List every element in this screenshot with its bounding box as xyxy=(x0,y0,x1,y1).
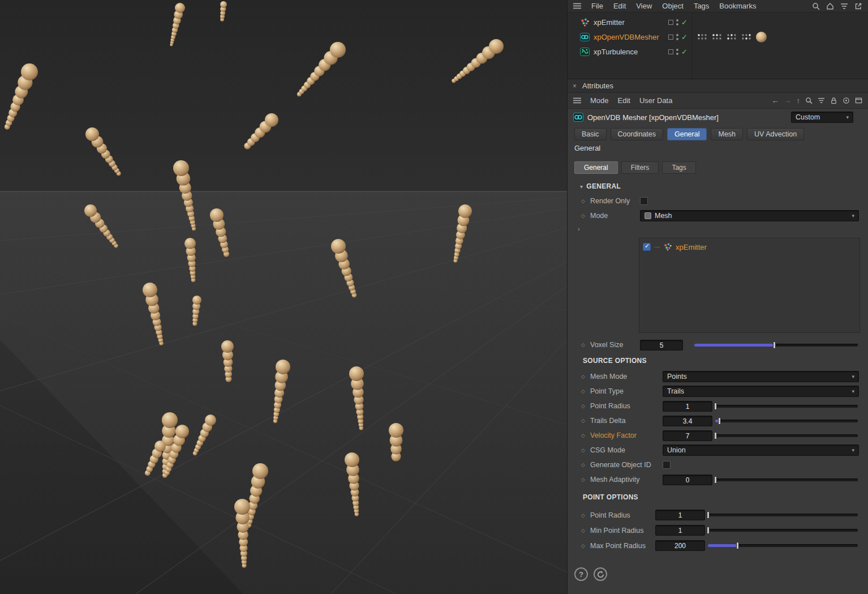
trails-delta-slider[interactable] xyxy=(715,420,858,422)
trails-delta-label: Trails Delta xyxy=(590,417,663,425)
object-row-xpturbulence[interactable]: xpTurbulence ✓ xyxy=(568,44,868,59)
visibility-dots-icon[interactable] xyxy=(676,49,678,55)
xpturbulence-icon xyxy=(580,47,590,57)
preset-dropdown[interactable]: Custom ▾ xyxy=(791,112,853,123)
subtab-general[interactable]: General xyxy=(574,161,618,174)
mesh-mode-dropdown[interactable]: Points ▾ xyxy=(663,371,859,382)
enabled-check-icon[interactable]: ✓ xyxy=(681,33,687,41)
pt-point-radius-label: Point Radius xyxy=(590,511,655,519)
xp-data-icon-3[interactable] xyxy=(726,33,737,41)
object-manager: xpEmitter ✓ xpOpenVDBMesher ✓ xyxy=(568,12,868,79)
param-diamond-icon: ◇ xyxy=(581,418,590,424)
subtab-tags[interactable]: Tags xyxy=(662,161,695,174)
velocity-factor-slider[interactable] xyxy=(715,434,858,437)
mesh-adaptivity-input[interactable]: 0 xyxy=(663,475,712,485)
point-radius-input[interactable]: 1 xyxy=(663,401,712,412)
min-point-radius-input[interactable]: 1 xyxy=(655,525,705,536)
external-link-icon[interactable] xyxy=(854,2,862,10)
min-point-radius-slider[interactable] xyxy=(708,529,858,532)
tab-mesh[interactable]: Mesh xyxy=(711,128,743,140)
object-row-xpopenvdbmesher[interactable]: xpOpenVDBMesher ✓ xyxy=(568,29,868,44)
menu-object[interactable]: Object xyxy=(662,2,684,10)
voxel-size-slider[interactable] xyxy=(694,344,858,347)
menu-bookmarks[interactable]: Bookmarks xyxy=(719,2,756,10)
source-objects-listbox[interactable]: xpEmitter xyxy=(639,238,860,333)
max-point-radius-slider[interactable] xyxy=(708,544,858,547)
menu-tags[interactable]: Tags xyxy=(694,2,709,10)
param-row-render-only: ◇ Render Only xyxy=(568,194,868,208)
search-icon[interactable] xyxy=(812,2,820,10)
material-sphere-thumbnail[interactable] xyxy=(755,31,767,43)
chevron-right-icon[interactable]: › xyxy=(578,225,580,232)
object-row-xpemitter[interactable]: xpEmitter ✓ xyxy=(568,15,868,29)
menu-hamburger-icon[interactable] xyxy=(573,3,581,9)
viewport-sky xyxy=(0,0,567,191)
refresh-icon[interactable] xyxy=(594,567,607,581)
help-icon[interactable]: ? xyxy=(574,567,588,581)
trails-delta-input[interactable]: 3.4 xyxy=(663,416,712,426)
velocity-factor-input[interactable]: 7 xyxy=(663,430,712,441)
source-object-name[interactable]: xpEmitter xyxy=(676,243,707,251)
param-row-csg-mode: ◇ CSG Mode Union ▾ xyxy=(568,443,868,458)
tab-basic[interactable]: Basic xyxy=(574,128,607,140)
voxel-size-input[interactable]: 5 xyxy=(640,340,683,351)
attributes-hamburger-icon[interactable] xyxy=(573,97,581,104)
max-point-radius-input[interactable]: 200 xyxy=(655,540,705,551)
section-general[interactable]: ▾ GENERAL xyxy=(568,179,868,194)
expand-chevron-row[interactable]: › xyxy=(568,223,868,234)
forward-arrow-icon[interactable]: → xyxy=(784,96,792,105)
point-radius-slider[interactable] xyxy=(715,405,858,408)
xp-data-icon-4[interactable] xyxy=(741,33,752,41)
mesh-adaptivity-label: Mesh Adaptivity xyxy=(590,476,663,484)
viewport-3d[interactable] xyxy=(0,0,567,594)
tab-uv-advection[interactable]: UV Advection xyxy=(747,128,804,140)
param-row-pt-point-radius: ◇ Point Radius 1 xyxy=(568,507,868,523)
param-diamond-icon: ◇ xyxy=(581,342,590,348)
lock-icon[interactable] xyxy=(830,97,837,104)
mesh-adaptivity-slider[interactable] xyxy=(715,478,858,481)
tab-coordinates[interactable]: Coordinates xyxy=(611,128,663,140)
csg-mode-dropdown[interactable]: Union ▾ xyxy=(663,445,859,456)
source-object-row[interactable]: xpEmitter xyxy=(643,241,856,253)
up-arrow-icon[interactable]: ↑ xyxy=(797,96,801,105)
mode-dropdown[interactable]: Mesh ▾ xyxy=(640,210,859,221)
enabled-check-icon[interactable]: ✓ xyxy=(681,19,687,26)
subtab-filters[interactable]: Filters xyxy=(621,161,659,174)
source-object-checkbox[interactable] xyxy=(643,243,651,251)
pt-point-radius-slider[interactable] xyxy=(708,514,858,516)
tab-general[interactable]: General xyxy=(667,128,707,140)
menu-view[interactable]: View xyxy=(636,2,652,10)
object-name[interactable]: xpEmitter xyxy=(594,18,625,27)
object-name[interactable]: xpTurbulence xyxy=(594,48,638,56)
filter-icon[interactable] xyxy=(840,3,848,10)
layer-square-icon[interactable] xyxy=(668,49,673,54)
back-arrow-icon[interactable]: ← xyxy=(772,96,779,105)
new-panel-icon[interactable] xyxy=(855,97,862,104)
attr-menu-user-data[interactable]: User Data xyxy=(639,96,673,105)
attr-filter-icon[interactable] xyxy=(818,97,825,104)
attr-menu-edit[interactable]: Edit xyxy=(618,96,630,105)
generate-object-id-checkbox[interactable] xyxy=(663,461,671,469)
attr-menu-mode[interactable]: Mode xyxy=(590,96,609,105)
target-icon[interactable] xyxy=(843,97,850,104)
xp-data-icon-2[interactable] xyxy=(711,33,723,41)
object-name[interactable]: xpOpenVDBMesher xyxy=(594,33,659,41)
xp-data-icon-1[interactable] xyxy=(697,33,708,41)
menu-file[interactable]: File xyxy=(591,2,603,10)
home-icon[interactable] xyxy=(826,2,834,10)
menu-edit[interactable]: Edit xyxy=(613,2,626,10)
panel-footer-icons: ? xyxy=(574,567,607,581)
layer-square-icon[interactable] xyxy=(668,35,673,40)
min-point-radius-label: Min Point Radius xyxy=(590,527,655,535)
visibility-dots-icon[interactable] xyxy=(676,19,678,25)
viewport-canvas[interactable] xyxy=(0,0,567,594)
layer-square-icon[interactable] xyxy=(668,20,673,25)
param-row-mode: ◇ Mode Mesh ▾ xyxy=(568,208,868,223)
visibility-dots-icon[interactable] xyxy=(676,34,678,40)
render-only-checkbox[interactable] xyxy=(640,197,648,205)
pt-point-radius-input[interactable]: 1 xyxy=(655,510,705,520)
enabled-check-icon[interactable]: ✓ xyxy=(681,48,687,55)
point-type-dropdown[interactable]: Trails ▾ xyxy=(663,386,859,397)
close-icon[interactable]: × xyxy=(573,82,577,90)
attr-search-icon[interactable] xyxy=(805,97,813,104)
